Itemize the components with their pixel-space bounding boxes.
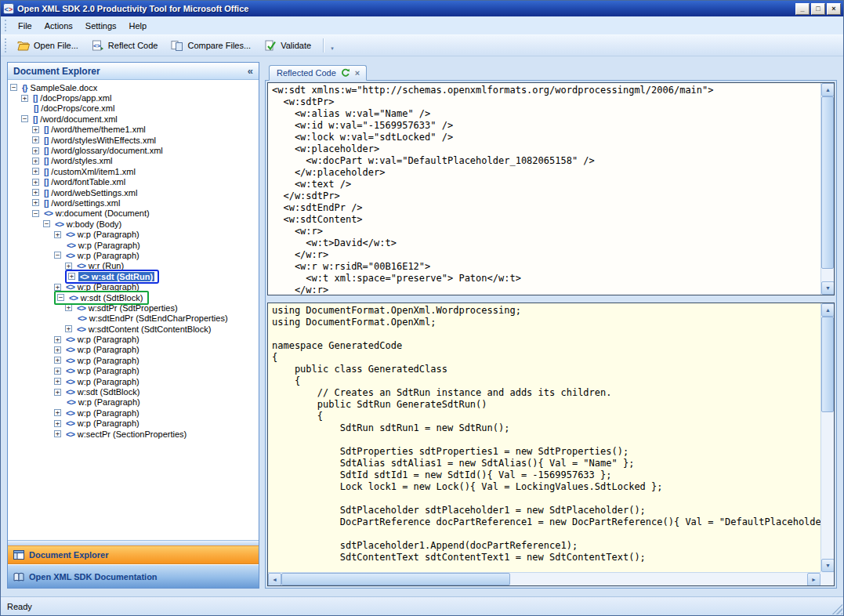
tree-item[interactable]: +<>w:sectPr (SectionProperties) <box>8 429 259 439</box>
collapse-node-icon[interactable]: − <box>21 115 28 122</box>
tree-row-content: +<>w:p (Paragraph) <box>54 355 141 365</box>
scrollbar-thumb[interactable] <box>281 573 510 585</box>
expand-node-icon[interactable]: + <box>32 179 39 186</box>
expand-node-icon[interactable]: + <box>54 346 61 353</box>
tree-item[interactable]: +<>w:sdt (SdtRun) <box>8 271 259 281</box>
expand-node-icon[interactable]: + <box>54 336 61 343</box>
expand-node-icon[interactable]: + <box>54 409 61 416</box>
compare-files-button[interactable]: Compare Files... <box>166 37 258 54</box>
tree-item[interactable]: +[]/word/stylesWithEffects.xml <box>8 135 259 145</box>
minimize-button[interactable]: _ <box>795 3 810 15</box>
expand-node-icon[interactable]: + <box>32 189 39 196</box>
tree-item[interactable]: +[]/word/theme/theme1.xml <box>8 125 259 135</box>
tree-item[interactable]: <>w:p (Paragraph) <box>8 397 259 408</box>
xml-view-pane[interactable]: <w:sdt xmlns:w="http://schemas.openxmlfo… <box>267 82 835 295</box>
tree-item[interactable]: +<>w:p (Paragraph) <box>8 419 259 429</box>
expand-node-icon[interactable]: + <box>54 368 61 375</box>
scroll-down-icon[interactable]: ▼ <box>821 281 835 295</box>
scroll-right-icon[interactable]: ► <box>807 573 820 586</box>
expand-node-icon[interactable]: + <box>65 304 72 311</box>
expand-node-icon[interactable]: + <box>54 357 61 364</box>
tree-item[interactable]: −{}SampleSale.docx <box>8 82 259 92</box>
expand-node-icon[interactable]: + <box>32 126 39 133</box>
expand-node-icon[interactable]: + <box>54 378 61 385</box>
tree-item[interactable]: +[]/docProps/app.xml <box>8 92 259 103</box>
scroll-up-icon[interactable]: ▲ <box>821 83 835 96</box>
collapse-node-icon[interactable]: − <box>10 84 17 91</box>
tree-item[interactable]: +<>w:p (Paragraph) <box>8 229 259 239</box>
tree-item[interactable]: +<>w:p (Paragraph) <box>8 366 259 376</box>
collapse-node-icon[interactable]: − <box>43 220 50 227</box>
tree-item[interactable]: −[]/word/document.xml <box>8 114 259 124</box>
menu-help[interactable]: Help <box>123 18 154 34</box>
collapse-node-icon[interactable]: − <box>57 294 64 301</box>
expand-node-icon[interactable]: + <box>32 199 39 206</box>
expand-node-icon[interactable]: + <box>32 168 39 175</box>
open-file-button[interactable]: Open File... <box>13 37 85 54</box>
expand-node-icon[interactable]: + <box>65 325 72 332</box>
tree-item[interactable]: <>w:sdtEndPr (SdtEndCharProperties) <box>8 313 259 324</box>
expand-node-icon[interactable]: + <box>32 136 39 143</box>
validate-button[interactable]: Validate <box>259 37 318 54</box>
tree-item[interactable]: −<>w:document (Document) <box>8 208 259 219</box>
reflect-code-button[interactable]: <> Reflect Code <box>87 37 165 54</box>
collapse-node-icon[interactable]: − <box>54 252 61 259</box>
tab-close-icon[interactable]: × <box>355 68 360 78</box>
menu-file[interactable]: File <box>12 18 38 34</box>
scroll-left-icon[interactable]: ◄ <box>268 573 281 586</box>
toolbar-grip <box>5 38 8 53</box>
tree-item[interactable]: −<>w:p (Paragraph) <box>8 250 259 260</box>
expand-node-icon[interactable]: + <box>54 389 61 396</box>
app-icon[interactable]: <> <box>3 3 14 14</box>
maximize-button[interactable]: □ <box>811 3 825 15</box>
tree-item[interactable]: +<>w:p (Paragraph) <box>8 334 259 344</box>
toolbar-overflow-button[interactable]: ▾ <box>328 38 336 53</box>
tree-item[interactable]: +<>w:p (Paragraph) <box>8 376 259 386</box>
tree-item[interactable]: +<>w:p (Paragraph) <box>8 408 259 418</box>
tree-item[interactable]: +<>w:p (Paragraph) <box>8 345 259 355</box>
csharp-code-pane[interactable]: using DocumentFormat.OpenXml.Wordprocess… <box>267 303 835 586</box>
tab-refresh-icon[interactable] <box>341 68 350 78</box>
scroll-down-icon[interactable]: ▼ <box>821 559 835 572</box>
close-button[interactable]: × <box>827 3 841 15</box>
nav-splitter-handle[interactable] <box>8 540 259 545</box>
tab-reflected-code[interactable]: Reflected Code × <box>269 65 367 81</box>
expand-node-icon[interactable]: + <box>68 273 75 280</box>
expand-node-icon[interactable]: + <box>32 147 39 154</box>
tree-item[interactable]: +<>w:sdt (SdtBlock) <box>8 386 259 397</box>
code-line: <w:lock w:val="sdtLocked" /> <box>272 132 818 143</box>
expand-node-icon[interactable]: + <box>65 263 72 270</box>
tree-item[interactable]: +[]/word/glossary/document.xml <box>8 145 259 155</box>
expand-node-icon[interactable]: + <box>54 420 61 427</box>
expand-node-icon[interactable]: + <box>32 158 39 165</box>
tree-node-icon: <> <box>55 219 63 229</box>
collapse-node-icon[interactable]: − <box>32 210 39 217</box>
scrollbar-thumb[interactable] <box>821 96 834 269</box>
scrollbar-thumb[interactable] <box>821 317 834 412</box>
collapse-panel-icon[interactable]: « <box>248 65 253 77</box>
expand-node-icon[interactable]: + <box>21 95 28 102</box>
tree-item[interactable]: −<>w:body (Body) <box>8 219 259 229</box>
menu-actions[interactable]: Actions <box>38 18 79 34</box>
expand-node-icon[interactable]: + <box>54 231 61 238</box>
tree-item[interactable]: []/docProps/core.xml <box>8 103 259 114</box>
tree-item[interactable]: +[]/customXml/item1.xml <box>8 166 259 176</box>
resize-grip[interactable] <box>831 603 842 614</box>
nav-button-documentation[interactable]: Open XML SDK Documentation <box>8 564 259 588</box>
tree-item[interactable]: +[]/word/settings.xml <box>8 197 259 208</box>
nav-button-document-explorer[interactable]: Document Explorer <box>8 545 259 564</box>
pane-splitter-handle[interactable] <box>267 295 835 303</box>
expand-node-icon[interactable]: + <box>54 284 61 291</box>
tree-item[interactable]: +[]/word/fontTable.xml <box>8 177 259 187</box>
tree-item[interactable]: +[]/word/styles.xml <box>8 156 259 166</box>
tree-item[interactable]: −<>w:sdt (SdtBlock) <box>8 292 259 303</box>
tree-row-content: +<>w:p (Paragraph) <box>54 376 141 386</box>
menu-settings[interactable]: Settings <box>79 18 123 34</box>
tree-item[interactable]: <>w:p (Paragraph) <box>8 240 259 250</box>
expand-node-icon[interactable]: + <box>54 430 61 437</box>
tree-item[interactable]: +<>w:p (Paragraph) <box>8 355 259 365</box>
tree-node-icon: <> <box>44 208 53 218</box>
scroll-up-icon[interactable]: ▲ <box>821 303 835 317</box>
tree-item[interactable]: +[]/word/webSettings.xml <box>8 187 259 197</box>
tree-item[interactable]: +<>w:sdtContent (SdtContentBlock) <box>8 324 259 334</box>
